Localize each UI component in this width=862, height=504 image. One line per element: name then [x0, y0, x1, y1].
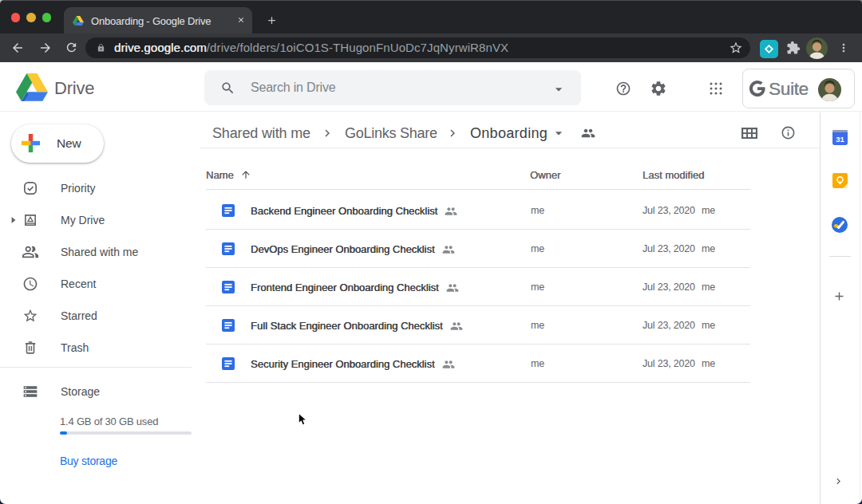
- svg-text:31: 31: [836, 135, 844, 144]
